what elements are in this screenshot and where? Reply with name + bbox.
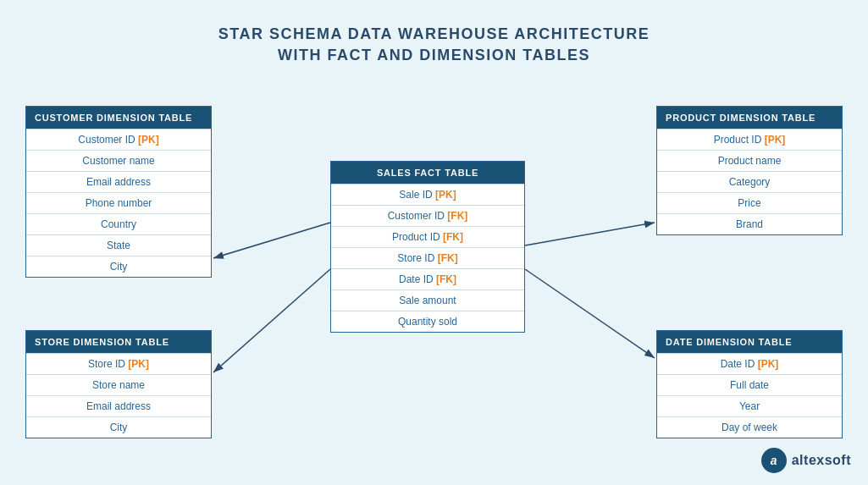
date-table-header: DATE DIMENSION TABLE	[657, 331, 842, 353]
date-id-fk-row: Date ID [FK]	[331, 268, 524, 289]
customer-name-row: Customer name	[26, 150, 211, 171]
main-title: STAR SCHEMA DATA WAREHOUSE ARCHITECTURE …	[0, 0, 868, 66]
svg-line-3	[525, 223, 655, 245]
customer-id-fk-row: Customer ID [FK]	[331, 205, 524, 226]
customer-state-row: State	[26, 234, 211, 256]
store-email-row: Email address	[26, 395, 211, 416]
logo-text: altexsoft	[792, 453, 851, 468]
product-name-row: Product name	[657, 150, 842, 171]
svg-line-5	[525, 269, 655, 358]
date-id-row: Date ID [PK]	[657, 353, 842, 374]
store-table-header: STORE DIMENSION TABLE	[26, 331, 211, 353]
year-row: Year	[657, 395, 842, 416]
product-table-header: PRODUCT DIMENSION TABLE	[657, 107, 842, 129]
day-of-week-row: Day of week	[657, 416, 842, 438]
customer-table-header: CUSTOMER DIMENSION TABLE	[26, 107, 211, 129]
customer-city-row: City	[26, 256, 211, 277]
customer-id-row: Customer ID [PK]	[26, 129, 211, 150]
product-dimension-table: PRODUCT DIMENSION TABLE Product ID [PK] …	[656, 106, 843, 235]
sales-fact-table: SALES FACT TABLE Sale ID [PK] Customer I…	[330, 161, 525, 333]
product-id-fk-row: Product ID [FK]	[331, 226, 524, 247]
customer-country-row: Country	[26, 213, 211, 234]
store-dimension-table: STORE DIMENSION TABLE Store ID [PK] Stor…	[25, 330, 212, 438]
date-dimension-table: DATE DIMENSION TABLE Date ID [PK] Full d…	[656, 330, 843, 438]
product-id-row: Product ID [PK]	[657, 129, 842, 150]
store-id-fk-row: Store ID [FK]	[331, 247, 524, 268]
logo-icon: a	[761, 448, 787, 473]
svg-line-2	[213, 223, 330, 258]
quantity-sold-row: Quantity sold	[331, 311, 524, 332]
customer-dimension-table: CUSTOMER DIMENSION TABLE Customer ID [PK…	[25, 106, 212, 278]
logo-area: a altexsoft	[761, 448, 851, 473]
product-category-row: Category	[657, 171, 842, 192]
product-price-row: Price	[657, 192, 842, 213]
store-city-row: City	[26, 416, 211, 438]
store-id-row: Store ID [PK]	[26, 353, 211, 374]
sale-id-row: Sale ID [PK]	[331, 184, 524, 205]
customer-email-row: Email address	[26, 171, 211, 192]
svg-line-4	[213, 269, 330, 372]
store-name-row: Store name	[26, 374, 211, 395]
product-brand-row: Brand	[657, 213, 842, 234]
full-date-row: Full date	[657, 374, 842, 395]
sale-amount-row: Sale amount	[331, 289, 524, 311]
sales-table-header: SALES FACT TABLE	[331, 162, 524, 184]
customer-phone-row: Phone number	[26, 192, 211, 213]
